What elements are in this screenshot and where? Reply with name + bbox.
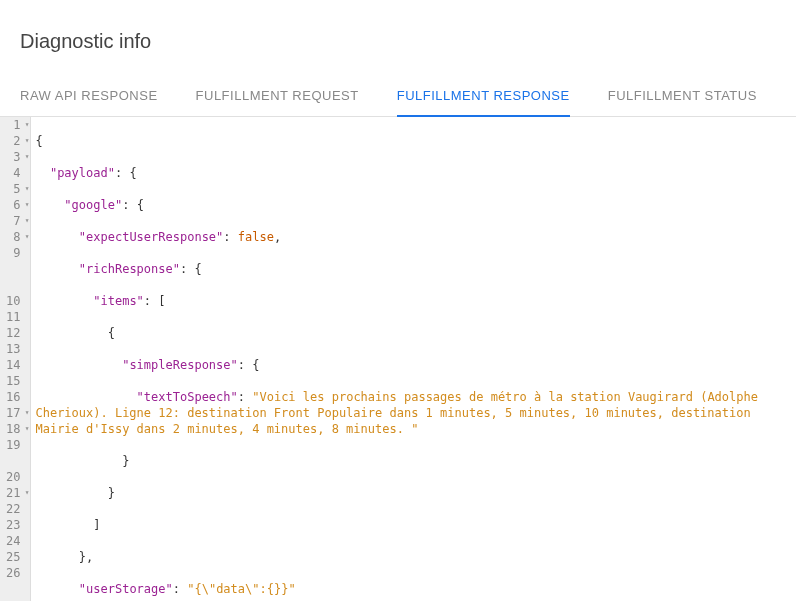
gutter-line: 9 [0, 245, 30, 293]
json-key: simpleResponse [129, 358, 230, 372]
gutter-line[interactable]: 21 [0, 485, 30, 501]
gutter-line: 15 [0, 373, 30, 389]
gutter-line: 20 [0, 469, 30, 485]
code-viewer: 1 2 3 4 5 6 7 8 9 10 11 12 13 14 15 16 1… [0, 117, 796, 601]
gutter-line: 14 [0, 357, 30, 373]
gutter-line: 10 [0, 293, 30, 309]
line-gutter: 1 2 3 4 5 6 7 8 9 10 11 12 13 14 15 16 1… [0, 117, 31, 601]
json-key: userStorage [86, 582, 165, 596]
gutter-line[interactable]: 18 [0, 421, 30, 437]
gutter-line: 24 [0, 533, 30, 549]
code-content[interactable]: { "payload": { "google": { "expectUserRe… [31, 117, 775, 601]
tab-fulfillment-request[interactable]: FULFILLMENT REQUEST [196, 78, 359, 117]
gutter-line[interactable]: 6 [0, 197, 30, 213]
gutter-line[interactable]: 2 [0, 133, 30, 149]
json-key: google [72, 198, 115, 212]
gutter-line[interactable]: 7 [0, 213, 30, 229]
gutter-line: 22 [0, 501, 30, 517]
gutter-line: 16 [0, 389, 30, 405]
gutter-line: 13 [0, 341, 30, 357]
gutter-line: 12 [0, 325, 30, 341]
gutter-line: 11 [0, 309, 30, 325]
gutter-line[interactable]: 17 [0, 405, 30, 421]
json-bool: false [238, 230, 274, 244]
tab-fulfillment-response[interactable]: FULFILLMENT RESPONSE [397, 78, 570, 117]
header: Diagnostic info [0, 0, 796, 78]
tab-bar: RAW API RESPONSE FULFILLMENT REQUEST FUL… [0, 78, 796, 117]
gutter-line: 23 [0, 517, 30, 533]
gutter-line: 26 [0, 565, 30, 581]
gutter-line[interactable]: 8 [0, 229, 30, 245]
gutter-line: 25 [0, 549, 30, 565]
gutter-line: 4 [0, 165, 30, 181]
gutter-line[interactable]: 5 [0, 181, 30, 197]
json-key: expectUserResponse [86, 230, 216, 244]
tab-raw-api-response[interactable]: RAW API RESPONSE [20, 78, 158, 117]
json-key: textToSpeech [144, 390, 231, 404]
gutter-line[interactable]: 1 [0, 117, 30, 133]
page-title: Diagnostic info [20, 30, 776, 53]
json-string: {\"data\":{}} [194, 582, 288, 596]
gutter-line[interactable]: 3 [0, 149, 30, 165]
json-key: items [100, 294, 136, 308]
tab-fulfillment-status[interactable]: FULFILLMENT STATUS [608, 78, 757, 117]
json-key: richResponse [86, 262, 173, 276]
json-key: payload [57, 166, 108, 180]
gutter-line: 19 [0, 437, 30, 469]
